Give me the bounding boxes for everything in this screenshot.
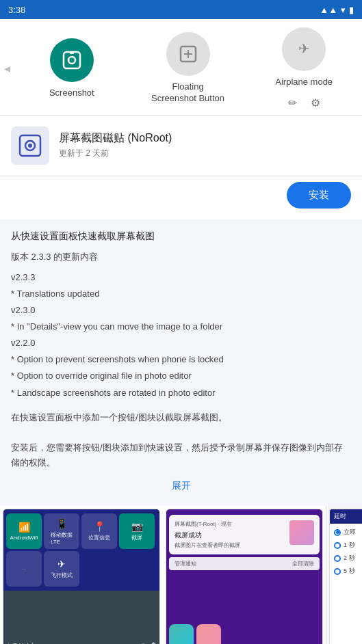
blank-tile-label: ··· — [22, 566, 27, 572]
expand-button[interactable]: 展开 — [172, 480, 191, 492]
delay-option-3[interactable]: 2 秒 — [334, 554, 362, 563]
ss2-notif-image — [289, 520, 314, 545]
details-line: * In "Details"-view you can move the ima… — [11, 319, 351, 334]
app-header: 屏幕截图磁贴 (NoRoot) 更新于 2 天前 — [0, 116, 362, 176]
delay-radio-4 — [334, 568, 341, 575]
description-section: 从快速设置面板快速截取屏幕截图 版本 2.3.3 的更新内容 v2.3.3 * … — [0, 219, 362, 506]
ss1-bottom: ✦ T-Mobile ✏ ⚙ — [3, 591, 159, 644]
version-v220: v2.2.0 — [11, 336, 351, 351]
app-icon-svg — [16, 132, 44, 159]
ss2-app-icon-1 — [169, 624, 194, 644]
extra-line-1: 在快速设置面板中添加一个按钮/图块以截取屏幕截图。 — [11, 410, 351, 425]
ss1-quicksettings: 📶 AndroidWifi 📱 移动数据LTE 📍 位置信息 📷 截屏 ··· — [3, 509, 159, 591]
ss2-app-icon-2 — [196, 624, 221, 644]
ss3-header: 延时 — [330, 509, 362, 524]
signal-icon: ▲▲ — [320, 5, 337, 15]
clear-all: 全部清除 — [292, 560, 314, 567]
screenshots-row: 📶 AndroidWifi 📱 移动数据LTE 📍 位置信息 📷 截屏 ··· — [0, 506, 362, 644]
screenshot-tile-icon: 📷 — [131, 521, 143, 532]
ss1-tile-screenshot: 📷 截屏 — [119, 513, 155, 549]
screenshot-2[interactable]: 屏幕截图(T-Root) · 现在 截屏成功 截屏图片在查看者即的截屏 管理通知… — [166, 509, 323, 644]
location-tile-icon: 📍 — [94, 521, 105, 532]
status-bar-right: ▲▲ ▾ ▮ — [320, 5, 354, 15]
wifi-icon: ▾ — [341, 5, 346, 15]
delay-label-2: 1 秒 — [344, 541, 355, 550]
mobile-tile-icon: 📱 — [56, 518, 68, 529]
mobile-tile-label: 移动数据LTE — [51, 531, 73, 545]
screenshot-3[interactable]: 延时 立即 1 秒 2 秒 5 秒 — [326, 506, 362, 644]
edit-qs-icon: ✏ — [141, 641, 146, 644]
override-line: * Option to override original file in ph… — [11, 368, 351, 384]
ss3-inner: 延时 立即 1 秒 2 秒 5 秒 — [329, 509, 362, 644]
status-bar: 3:38 ▲▲ ▾ ▮ — [0, 0, 362, 19]
airplane-icon-circle: ✈ — [282, 27, 326, 71]
screenshot-tile-label: 截屏 — [131, 534, 142, 541]
airplane-tile-icon: ✈ — [57, 559, 66, 569]
wifi-tile-icon: 📶 — [18, 522, 30, 533]
version-v233: v2.3.3 — [11, 270, 351, 285]
desc-extra: 在快速设置面板中添加一个按钮/图块以截取屏幕截图。 安装后，您需要将按钮/图块添… — [11, 410, 351, 470]
ss3-content: 立即 1 秒 2 秒 5 秒 — [330, 524, 362, 584]
app-name: 屏幕截图磁贴 (NoRoot) — [59, 131, 351, 146]
app-icon — [11, 126, 49, 165]
delay-option-4[interactable]: 5 秒 — [334, 567, 362, 576]
floating-icon-circle — [166, 32, 210, 76]
delay-label-4: 5 秒 — [344, 567, 355, 576]
svg-point-1 — [68, 57, 75, 64]
airplane-actions: ✏ ⚙ — [288, 96, 320, 109]
app-info: 屏幕截图磁贴 (NoRoot) 更新于 2 天前 — [59, 131, 351, 159]
notif-app-name: 屏幕截图(T-Root) · 现在 — [174, 520, 232, 528]
ss2-inner: 屏幕截图(T-Root) · 现在 截屏成功 截屏图片在查看者即的截屏 管理通知… — [166, 509, 323, 644]
ss1-tile-blank: ··· — [6, 551, 42, 587]
status-bar-left: 3:38 — [8, 5, 25, 15]
delay-label-1: 立即 — [344, 528, 356, 537]
desc-body: v2.3.3 * Translations updated v2.3.0 * I… — [11, 270, 351, 401]
extra-line-2: 安装后，您需要将按钮/图块添加到快速设置，然后授予录制屏幕并保存图像到内部存储的… — [11, 440, 351, 470]
airplane-tile-label: 飞行模式 — [51, 572, 73, 579]
edit-icon[interactable]: ✏ — [288, 96, 297, 109]
feature-item-airplane[interactable]: ✈ Airplane mode ✏ ⚙ — [246, 27, 362, 109]
feature-item-floating[interactable]: FloatingScreenshot Button — [130, 32, 246, 105]
delay-option-1[interactable]: 立即 — [334, 528, 362, 537]
floating-label: FloatingScreenshot Button — [151, 81, 224, 105]
ss2-app-icons — [166, 573, 322, 644]
prevent-line: * Option to prevent screenshots when pho… — [11, 352, 351, 367]
delay-radio-1 — [334, 529, 341, 536]
manage-notif: 管理通知 — [174, 560, 196, 567]
install-button[interactable]: 安装 — [287, 182, 351, 209]
ss1-tile-location: 📍 位置信息 — [81, 513, 117, 549]
ss1-inner: 📶 AndroidWifi 📱 移动数据LTE 📍 位置信息 📷 截屏 ··· — [3, 509, 160, 644]
airplane-label: Airplane mode — [275, 77, 333, 88]
screenshot-1[interactable]: 📶 AndroidWifi 📱 移动数据LTE 📍 位置信息 📷 截屏 ··· — [3, 509, 160, 644]
svg-rect-0 — [64, 52, 80, 68]
location-tile-label: 位置信息 — [88, 534, 110, 541]
screenshot-icon-circle — [50, 38, 94, 82]
ss1-tile-airplane: ✈ 飞行模式 — [44, 551, 79, 587]
feature-item-screenshot[interactable]: Screenshot — [14, 38, 130, 99]
feature-strip: ◂ Screenshot FloatingScreenshot Button ✈ — [0, 19, 362, 116]
delay-option-2[interactable]: 1 秒 — [334, 541, 362, 550]
landscape-line: * Landscape screenshots are rotated in p… — [11, 386, 351, 401]
expand-row: 展开 — [11, 470, 351, 495]
airplane-svg-icon: ✈ — [293, 38, 315, 60]
settings-qs-icon: ⚙ — [151, 641, 157, 644]
svg-text:✈: ✈ — [298, 41, 310, 56]
ss1-tile-mobile: 📱 移动数据LTE — [44, 513, 79, 549]
wifi-tile-label: AndroidWifi — [10, 535, 38, 541]
screenshot-label: Screenshot — [49, 88, 94, 99]
delay-radio-3 — [334, 555, 341, 562]
screenshot-svg-icon — [61, 49, 83, 71]
ss2-notif-header: 屏幕截图(T-Root) · 现在 — [174, 520, 285, 528]
floating-svg-icon — [177, 43, 199, 65]
settings-icon[interactable]: ⚙ — [311, 96, 320, 109]
desc-summary: 从快速设置面板快速截取屏幕截图 — [11, 230, 351, 243]
ss2-notification: 屏幕截图(T-Root) · 现在 截屏成功 截屏图片在查看者即的截屏 — [169, 515, 320, 554]
app-update: 更新于 2 天前 — [59, 148, 351, 159]
delay-radio-2 — [334, 542, 341, 549]
desc-version-header: 版本 2.3.3 的更新内容 — [11, 251, 351, 263]
delay-label-3: 2 秒 — [344, 554, 355, 563]
ss1-action-icons: ✏ ⚙ — [141, 641, 157, 644]
ss1-tile-wifi: 📶 AndroidWifi — [6, 513, 42, 549]
svg-point-10 — [28, 144, 32, 148]
status-time: 3:38 — [8, 5, 25, 15]
